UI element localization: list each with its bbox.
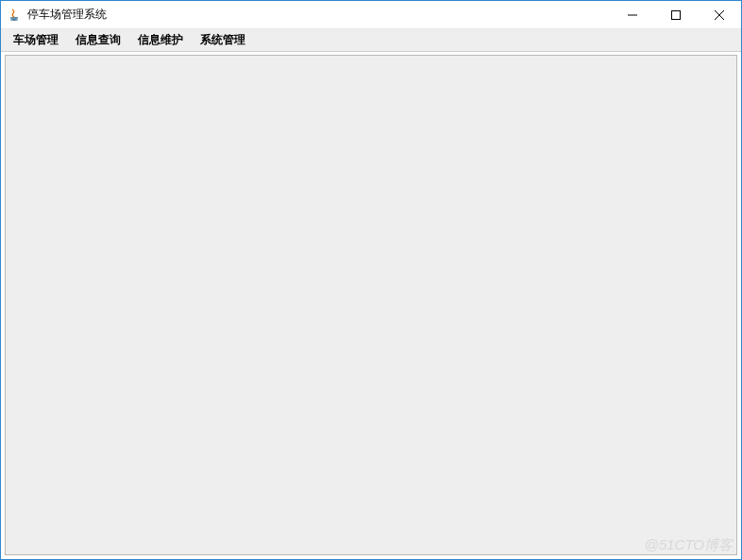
- menu-info-maintenance[interactable]: 信息维护: [129, 29, 192, 51]
- minimize-button[interactable]: [611, 1, 654, 28]
- content-area: [5, 55, 737, 555]
- window-controls: [611, 1, 741, 28]
- menubar: 车场管理 信息查询 信息维护 系统管理: [1, 29, 741, 52]
- svg-rect-1: [672, 10, 681, 19]
- menu-parking-management[interactable]: 车场管理: [5, 29, 67, 51]
- application-window: 停车场管理系统 车场管理 信息查询 信息维护 系统管理: [0, 0, 742, 560]
- titlebar: 停车场管理系统: [1, 1, 741, 29]
- menu-info-query[interactable]: 信息查询: [67, 29, 129, 51]
- maximize-button[interactable]: [654, 1, 698, 28]
- window-title: 停车场管理系统: [27, 7, 611, 23]
- close-button[interactable]: [698, 1, 741, 28]
- menu-system-management[interactable]: 系统管理: [192, 29, 254, 51]
- java-icon: [7, 8, 22, 23]
